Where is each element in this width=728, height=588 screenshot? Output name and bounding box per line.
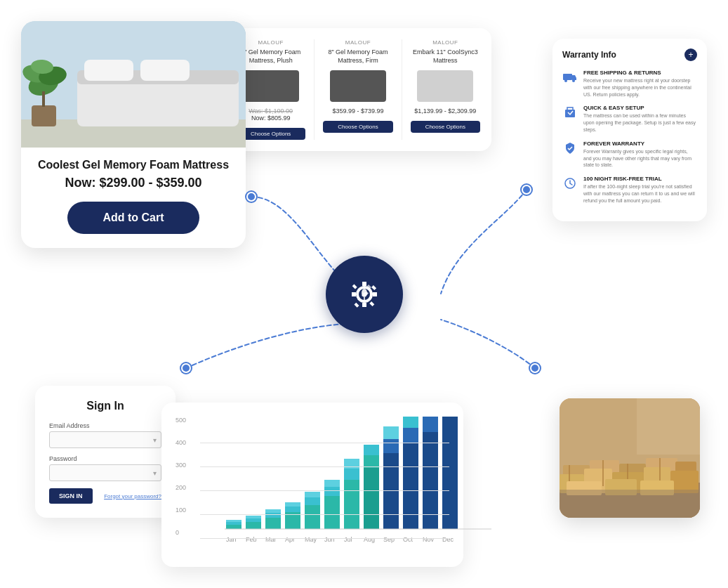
listing-price-1: Was: $1,100.00 Now: $805.99: [236, 107, 305, 122]
warranty-header: Warranty Info +: [562, 48, 697, 61]
svg-rect-19: [226, 522, 241, 525]
forgot-password-link[interactable]: Forgot your password?: [104, 493, 161, 499]
listing-brand-1: MALOUF: [236, 39, 305, 46]
warranty-setup-title: QUICK & EASY SETUP: [583, 105, 697, 111]
listing-btn-3[interactable]: Choose Options: [411, 121, 480, 133]
listing-brand-2: MALOUF: [323, 39, 392, 46]
svg-text:Dec: Dec: [442, 536, 454, 543]
svg-rect-21: [246, 522, 261, 529]
svg-rect-39: [364, 468, 379, 529]
svg-rect-18: [226, 525, 241, 529]
svg-rect-46: [403, 428, 418, 443]
box-setup-icon: [562, 105, 578, 120]
center-logo: [326, 256, 403, 333]
warranty-item-forever: FOREVER WARRANTY Forever Warranty gives …: [562, 141, 697, 169]
svg-rect-45: [403, 443, 418, 529]
password-input-icon: ▾: [153, 469, 157, 477]
warranty-trial-desc: If after the 100-night sleep trial you'r…: [583, 183, 697, 204]
svg-rect-31: [305, 497, 320, 505]
warranty-forever-desc: Forever Warranty gives you specific lega…: [583, 148, 697, 169]
connector-dot-warranty: [522, 185, 531, 195]
svg-text:Mar: Mar: [265, 536, 277, 543]
svg-rect-23: [246, 516, 261, 518]
email-input-display[interactable]: ▾: [49, 431, 161, 448]
svg-text:Apr: Apr: [285, 536, 295, 543]
warranty-plus-button[interactable]: +: [684, 48, 697, 61]
svg-rect-49: [423, 417, 438, 432]
svg-rect-42: [383, 453, 399, 529]
warranty-card: Warranty Info + FREE SHIPPING & RETURNS …: [552, 39, 707, 221]
password-input-display[interactable]: ▾: [49, 464, 161, 481]
svg-point-14: [564, 79, 567, 82]
svg-text:Feb: Feb: [246, 536, 257, 543]
svg-text:May: May: [305, 536, 317, 543]
svg-text:Aug: Aug: [364, 536, 375, 543]
svg-text:Jul: Jul: [344, 536, 352, 543]
warranty-forever-title: FOREVER WARRANTY: [583, 141, 697, 147]
svg-text:Jun: Jun: [324, 536, 335, 543]
email-input-icon: ▾: [153, 436, 157, 444]
truck-icon: [562, 70, 578, 85]
svg-rect-47: [403, 417, 418, 428]
password-label: Password: [49, 455, 161, 462]
signin-card: Sign In Email Address ▾ Password ▾ SIGN …: [35, 386, 176, 518]
svg-text:Nov: Nov: [423, 536, 435, 543]
svg-rect-5: [84, 60, 133, 81]
listing-img-3: [417, 70, 473, 102]
warranty-trial-title: 100 NIGHT RISK-FREE TRIAL: [583, 176, 697, 182]
boxes-illustration: [560, 398, 700, 518]
signin-button[interactable]: SIGN IN: [49, 488, 93, 504]
listing-item-2: MALOUF 8" Gel Memory Foam Mattress, Firm…: [323, 39, 392, 140]
svg-rect-32: [305, 492, 320, 497]
y-label-200: 200: [176, 484, 186, 491]
svg-text:Jan: Jan: [226, 536, 237, 543]
product-price: Now: $299.00 - $359.00: [35, 176, 232, 190]
signin-actions: SIGN IN Forgot your password?: [49, 488, 161, 504]
svg-rect-29: [285, 502, 300, 507]
warranty-item-trial: 100 NIGHT RISK-FREE TRIAL If after the 1…: [562, 176, 697, 204]
svg-rect-36: [344, 480, 359, 529]
svg-text:Oct: Oct: [403, 536, 413, 543]
listing-item-3: MALOUF Embark 11" CoolSync3 Mattress $1,…: [411, 39, 480, 140]
y-label-100: 100: [176, 507, 186, 514]
warranty-title: Warranty Info: [562, 50, 616, 60]
warranty-shipping-desc: Receive your new mattress right at your …: [583, 77, 697, 98]
add-to-cart-button[interactable]: Add to Cart: [67, 202, 199, 234]
listing-item-1: MALOUF 8" Gel Memory Foam Mattress, Plus…: [236, 39, 305, 140]
listing-price-2: $359.99 - $739.99: [323, 107, 392, 115]
svg-rect-28: [285, 507, 300, 512]
svg-rect-50: [442, 417, 458, 529]
listing-img-2: [330, 70, 386, 102]
svg-rect-35: [324, 480, 340, 487]
svg-rect-22: [246, 518, 261, 522]
y-label-300: 300: [176, 462, 186, 469]
y-label-400: 400: [176, 439, 186, 446]
svg-rect-7: [32, 105, 56, 126]
svg-rect-16: [565, 110, 575, 117]
warranty-item-setup: QUICK & EASY SETUP The mattress can be u…: [562, 105, 697, 133]
connector-dot-boxes: [530, 363, 540, 373]
svg-rect-44: [383, 426, 399, 439]
listing-name-1: 8" Gel Memory Foam Mattress, Plush: [236, 48, 305, 65]
listing-name-3: Embark 11" CoolSync3 Mattress: [411, 48, 480, 65]
product-info: Coolest Gel Memory Foam Mattress Now: $2…: [21, 148, 246, 248]
svg-rect-13: [563, 74, 572, 80]
listing-btn-2[interactable]: Choose Options: [323, 121, 392, 133]
listing-price-3: $1,139.99 - $2,309.99: [411, 107, 480, 115]
connector-dot-product: [246, 192, 256, 202]
chart-card: 500 400 300 200 100 0: [161, 403, 463, 567]
y-label-0: 0: [176, 529, 186, 536]
svg-rect-34: [324, 487, 340, 496]
svg-rect-43: [383, 439, 399, 453]
svg-rect-26: [265, 509, 281, 513]
listing-grid: MALOUF 8" Gel Memory Foam Mattress, Plus…: [236, 39, 480, 140]
svg-text:Sep: Sep: [383, 536, 395, 543]
warranty-item-shipping: FREE SHIPPING & RETURNS Receive your new…: [562, 70, 697, 98]
svg-rect-24: [265, 518, 281, 529]
svg-rect-30: [305, 505, 320, 529]
connector-dot-signin: [181, 363, 191, 373]
boxes-card: [560, 398, 700, 518]
listing-btn-1[interactable]: Choose Options: [236, 128, 305, 140]
svg-rect-37: [344, 469, 359, 480]
clock-trial-icon: [562, 176, 578, 191]
